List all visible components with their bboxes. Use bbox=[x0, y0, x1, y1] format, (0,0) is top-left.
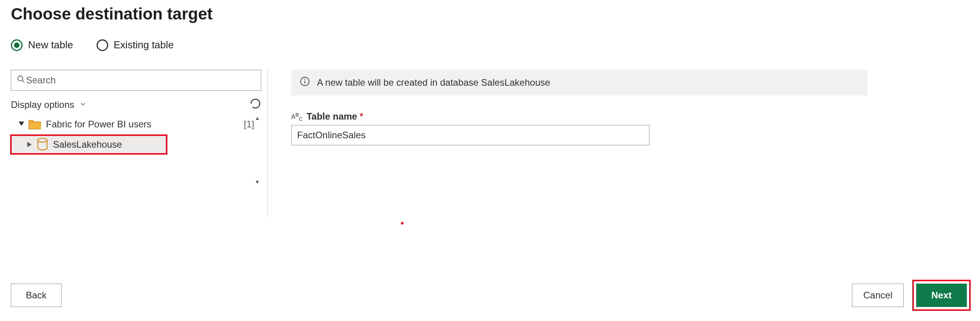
tree-scrollbar[interactable]: ▲ ▼ bbox=[253, 115, 261, 185]
folder-icon bbox=[28, 119, 41, 130]
info-bar: A new table will be created in database … bbox=[291, 70, 867, 95]
scroll-down-icon: ▼ bbox=[255, 179, 260, 185]
info-text: A new table will be created in database … bbox=[317, 77, 550, 88]
radio-new-table[interactable]: New table bbox=[11, 39, 73, 51]
collapse-triangle-icon bbox=[18, 122, 25, 127]
text-type-icon: ABC bbox=[291, 112, 303, 122]
radio-existing-table-label: Existing table bbox=[114, 39, 174, 51]
search-icon bbox=[17, 75, 25, 86]
table-name-input[interactable] bbox=[291, 125, 649, 145]
highlight-dot-icon bbox=[401, 222, 403, 224]
next-button-highlight: Next bbox=[914, 281, 969, 309]
display-options-label: Display options bbox=[11, 99, 74, 110]
svg-point-7 bbox=[304, 79, 306, 80]
radio-new-table-label: New table bbox=[28, 39, 73, 51]
tree-folder-label: Fabric for Power BI users bbox=[44, 119, 241, 130]
footer-bar: Back Cancel Next bbox=[11, 281, 969, 309]
svg-marker-2 bbox=[19, 122, 24, 126]
refresh-icon[interactable] bbox=[250, 98, 261, 112]
tree-item-label: SalesLakehouse bbox=[51, 139, 167, 150]
page-title: Choose destination target bbox=[11, 5, 969, 23]
next-button[interactable]: Next bbox=[916, 284, 967, 307]
tree-folder-row[interactable]: Fabric for Power BI users [1] bbox=[11, 115, 261, 134]
search-box[interactable] bbox=[11, 70, 261, 91]
table-name-label: Table name* bbox=[306, 111, 363, 122]
info-icon bbox=[300, 76, 310, 89]
radio-circle-icon bbox=[97, 39, 108, 51]
search-input[interactable] bbox=[25, 74, 255, 86]
scroll-up-icon: ▲ bbox=[255, 115, 260, 121]
chevron-down-icon bbox=[79, 99, 87, 110]
radio-dot-icon bbox=[11, 39, 23, 51]
svg-line-1 bbox=[22, 80, 24, 82]
back-button[interactable]: Back bbox=[11, 284, 62, 307]
destination-tree: Fabric for Power BI users [1] SalesLakeh… bbox=[11, 115, 261, 218]
tree-item-saleslakehouse[interactable]: SalesLakehouse bbox=[11, 135, 167, 154]
database-icon bbox=[37, 138, 48, 151]
expand-triangle-icon bbox=[26, 142, 33, 147]
display-options-dropdown[interactable]: Display options bbox=[11, 99, 87, 110]
svg-point-4 bbox=[38, 138, 47, 142]
svg-marker-3 bbox=[27, 142, 32, 147]
destination-radio-group: New table Existing table bbox=[11, 39, 969, 51]
svg-point-0 bbox=[18, 76, 23, 81]
cancel-button[interactable]: Cancel bbox=[852, 284, 904, 307]
radio-existing-table[interactable]: Existing table bbox=[97, 39, 174, 51]
